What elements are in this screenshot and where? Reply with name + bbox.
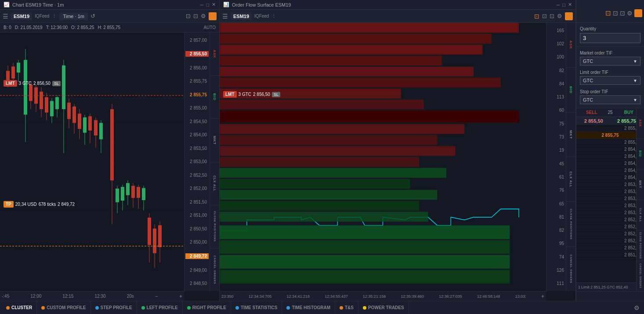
instrument-more-icon[interactable]: ⋮ (52, 13, 57, 19)
tab-left-profile[interactable]: LEFT PROFILE (137, 301, 183, 314)
clx-all-btn[interactable]: CLX ALL (210, 162, 219, 205)
d-value: D: 21.05.2019 (15, 25, 43, 30)
limit-tif-select[interactable]: GTC ▼ (580, 76, 640, 85)
of-ask-btn[interactable]: ASK (566, 23, 575, 68)
lr-9: 2 853,80 (576, 181, 644, 188)
lr-12: 2 853,20 (576, 202, 644, 209)
of-clx-btn[interactable]: CLX ALL (566, 157, 575, 202)
tp-clx-btn[interactable]: CLX ALL (637, 200, 644, 231)
tp-ask-btn[interactable]: ASK (637, 108, 644, 139)
orderflow-panel: 📊 Order Flow Surface ESM19 ─ □ ✕ ☰ ESM19… (220, 0, 576, 301)
of-mkt-btn[interactable]: MKT (566, 113, 575, 157)
ask-btn[interactable]: ASK (210, 33, 219, 76)
tp-bid-btn[interactable]: BID (637, 139, 644, 170)
cancel-orders-btn[interactable]: CANCEL ORDERS (210, 248, 219, 291)
price-ladder: SELL 25 BUY 2 855,50 2 855,75 2 855,80 (576, 108, 644, 291)
of-t4: 12:34:55:437 (325, 294, 348, 299)
of-settings-icon-3[interactable]: ⊡ (550, 13, 554, 19)
of-min-icon[interactable]: ─ (557, 2, 560, 7)
of-settings-icon-1[interactable]: ⊡ (534, 13, 539, 20)
tp-order-label[interactable]: TP 20,34 USD 678 ticks 2 849,72 (4, 201, 75, 208)
quantity-input[interactable] (580, 33, 640, 43)
tp-badge: TP (4, 201, 14, 208)
of-cancel-btn[interactable]: CANCEL ORDERS (566, 247, 575, 291)
time-select[interactable]: Time · 1m (59, 13, 88, 20)
tab-time-stats[interactable]: TIME STATISTICS (231, 301, 282, 314)
of-pl-65: 65 (546, 201, 566, 206)
t-icon-1[interactable]: ⊡ (605, 9, 611, 17)
of-close-btn[interactable]: CLOSE POSITIONS (566, 202, 575, 247)
of-restore-icon[interactable]: □ (562, 2, 565, 7)
of-close-icon[interactable]: ✕ (568, 2, 572, 7)
of-pl-95: 95 (546, 241, 566, 246)
close-pos-btn[interactable]: CLOSE POSITIONS (210, 205, 219, 248)
t-icon-2[interactable]: ⊡ (613, 10, 618, 17)
refresh-icon[interactable]: ↺ (90, 13, 95, 19)
of-t2: 12:34:34:705 (249, 294, 272, 299)
tab-step-profile[interactable]: STEP PROFILE (91, 301, 137, 314)
t-orange-btn[interactable] (634, 9, 642, 17)
restore-icon[interactable]: □ (206, 2, 209, 7)
tp-cancel-btn[interactable]: CANCEL ORDERS (637, 261, 644, 292)
tp-right-side-btns: ASK BID MKT CLX ALL CLOSE POSITIONS CANC… (636, 108, 644, 291)
stop-tif-value: GTC (583, 97, 593, 102)
of-lmt-order[interactable]: LMT 3 GTC 2 856,50 SL (223, 91, 280, 98)
settings-icon-1[interactable]: ⊡ (186, 13, 191, 19)
of-settings-icon-2[interactable]: ⊡ (542, 13, 547, 19)
lr-3: 2 855,00 (576, 139, 644, 146)
settings-icon-2[interactable]: ⊡ (193, 13, 198, 19)
mkt-btn[interactable]: MKT (210, 119, 219, 162)
of-pl-82b: 82 (546, 228, 566, 233)
instrument-badge[interactable]: ESM19 (11, 13, 32, 20)
tab-cluster[interactable]: CLUSTER (2, 301, 37, 314)
lmt-order-label[interactable]: LMT 3 GTC 2 856,50 SL (4, 80, 61, 87)
tif-sections: Market order TIF GTC ▼ Limit order TIF G… (576, 47, 644, 108)
of-menu-icon[interactable]: ☰ (222, 13, 228, 20)
tab-power-trades[interactable]: POWER TRADES (358, 301, 409, 314)
price-axis: 2 857,00 2 856,50 2 856,00 2 855,75 2 85… (184, 33, 210, 291)
limit-tif-chevron: ▼ (633, 78, 637, 83)
lr-17: 2 852,20 (576, 237, 644, 245)
of-gear-icon[interactable]: ⚙ (557, 13, 562, 19)
zoom-in-icon[interactable]: + (179, 293, 182, 299)
lf-col4: GTC (607, 285, 615, 289)
t-icon-3[interactable]: ⊡ (620, 10, 625, 17)
lr-18: 2 852,00 (576, 245, 644, 252)
price-label: 2 849,00 (185, 268, 209, 273)
market-tif-select[interactable]: GTC ▼ (580, 57, 640, 66)
of-pl-45: 45 (546, 161, 566, 166)
tab-custom-profile[interactable]: CUSTOM PROFILE (37, 301, 90, 314)
zoom-out-icon[interactable]: − (155, 293, 158, 299)
stop-tif-row: Stop order TIF GTC ▼ (580, 89, 640, 104)
tp-info: 20,34 USD (15, 202, 37, 207)
of-bid-btn[interactable]: BID (566, 68, 575, 113)
tp-close-btn[interactable]: CLOSE POSITIONS (637, 230, 644, 261)
close-icon[interactable]: ✕ (212, 2, 216, 7)
tab-right-profile[interactable]: RIGHT PROFILE (183, 301, 231, 314)
of-t9: 13:03: (515, 294, 526, 299)
tp-mkt-btn[interactable]: MKT (637, 169, 644, 200)
of-more-icon[interactable]: ⋮ (271, 13, 276, 19)
trading-panel: ⊡ ⊡ ⊡ ⚙ Quantity Market order TIF GTC ▼ (576, 0, 644, 301)
of-bars-svg (220, 23, 546, 291)
of-orange-btn[interactable] (565, 12, 573, 20)
price-label: 2 852,50 (185, 173, 209, 178)
tab-time-hist[interactable]: TIME HISTOGRAM (282, 301, 335, 314)
bid-btn[interactable]: BID (210, 76, 219, 119)
orange-btn[interactable] (209, 12, 217, 20)
t-gear-icon[interactable]: ⚙ (627, 10, 633, 17)
tab-ts[interactable]: T&S (335, 301, 358, 314)
ladder-sell-price[interactable]: 2 855,50 (577, 118, 610, 124)
of-plus-icon[interactable]: + (541, 293, 544, 299)
svg-rect-73 (220, 67, 474, 77)
minimize-icon[interactable]: ─ (200, 2, 204, 7)
of-pl-111: 111 (546, 281, 566, 286)
stop-tif-select[interactable]: GTC ▼ (580, 95, 640, 104)
of-pl-76: 76 (546, 188, 566, 193)
of-t6: 12:35:39:460 (401, 294, 424, 299)
of-instrument[interactable]: ESM19 (231, 13, 252, 20)
lr-8: 2 854,00 (576, 174, 644, 181)
tabs-gear-icon[interactable]: ⚙ (631, 304, 642, 311)
chart-menu-icon[interactable]: ☰ (3, 13, 8, 20)
gear-icon[interactable]: ⚙ (201, 13, 206, 19)
